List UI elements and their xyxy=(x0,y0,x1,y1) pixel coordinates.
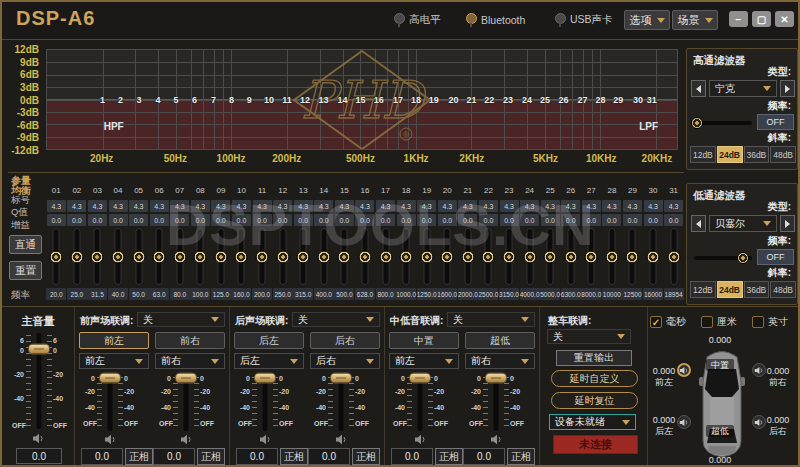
master-volume-value[interactable]: 0.0 xyxy=(16,448,62,464)
hpf-marker[interactable]: HPF xyxy=(104,121,124,132)
eq-q-value[interactable]: 4.3 xyxy=(88,200,107,212)
channel-button[interactable]: 后左 xyxy=(234,332,304,349)
phase-button[interactable]: 正相 xyxy=(507,448,535,465)
rear-left-speaker-icon[interactable] xyxy=(677,415,691,429)
slider-knob[interactable] xyxy=(647,250,660,263)
fader-knob[interactable] xyxy=(485,372,507,383)
menu-scenes-button[interactable]: 场景 xyxy=(672,10,718,30)
eq-gain-slider[interactable] xyxy=(149,227,170,286)
eq-q-value[interactable]: 4.3 xyxy=(170,200,189,212)
eq-band-number[interactable]: 24 xyxy=(522,95,532,105)
center-speaker-label[interactable]: 中置 xyxy=(706,359,734,371)
channel-button[interactable]: 前左 xyxy=(79,332,149,349)
eq-frequency-value[interactable]: 1000.0 xyxy=(396,288,416,300)
eq-gain-value[interactable]: 0.0 xyxy=(541,214,560,226)
eq-frequency-value[interactable]: 18954 xyxy=(664,288,684,300)
eq-band-number[interactable]: 18 xyxy=(411,95,421,105)
eq-frequency-value[interactable]: 50.0 xyxy=(129,288,149,300)
channel-route-select[interactable]: 前右 xyxy=(155,353,225,369)
eq-frequency-value[interactable]: 250.0 xyxy=(273,288,293,300)
filter-type-select[interactable]: 宁克 xyxy=(709,80,777,97)
fader-knob[interactable] xyxy=(409,372,431,383)
eq-frequency-value[interactable]: 31.5 xyxy=(87,288,107,300)
eq-q-value[interactable]: 4.3 xyxy=(232,200,251,212)
channel-fader[interactable]: 00-20-20-40-40OFFOFF xyxy=(83,375,137,433)
unit-checkbox-1[interactable]: 厘米 xyxy=(701,315,737,329)
slider-knob[interactable] xyxy=(358,250,371,263)
eq-band-number[interactable]: 23 xyxy=(503,95,513,105)
close-button[interactable]: ✕ xyxy=(775,11,794,27)
eq-band-number[interactable]: 5 xyxy=(173,95,178,105)
eq-band-number[interactable]: 30 xyxy=(633,95,643,105)
freq-slider[interactable] xyxy=(694,256,752,260)
slider-knob[interactable] xyxy=(297,250,310,263)
delay-custom-button[interactable]: 延时自定义 xyxy=(551,370,638,387)
slope-button-48dB[interactable]: 48dB xyxy=(770,146,796,163)
eq-frequency-value[interactable]: 1250.0 xyxy=(417,288,437,300)
channel-fader[interactable]: 00-20-20-40-40OFFOFF xyxy=(314,375,368,433)
eq-q-value[interactable]: 4.3 xyxy=(253,200,272,212)
eq-frequency-value[interactable]: 25.0 xyxy=(67,288,87,300)
eq-frequency-value[interactable]: 1600.0 xyxy=(437,288,457,300)
channel-gain-value[interactable]: 0.0 xyxy=(463,448,505,465)
device-state-select[interactable]: 设备未就绪 xyxy=(549,414,636,430)
slider-knob[interactable] xyxy=(256,250,269,263)
eq-gain-slider[interactable] xyxy=(519,227,540,286)
speaker-icon[interactable] xyxy=(414,434,427,445)
eq-gain-value[interactable]: 0.0 xyxy=(458,214,477,226)
group-link-select[interactable]: 关 xyxy=(447,312,535,327)
eq-gain-value[interactable]: 0.0 xyxy=(232,214,251,226)
eq-q-value[interactable]: 4.3 xyxy=(211,200,230,212)
eq-gain-value[interactable]: 0.0 xyxy=(623,214,642,226)
eq-gain-value[interactable]: 0.0 xyxy=(314,214,333,226)
eq-gain-value[interactable]: 0.0 xyxy=(376,214,395,226)
eq-q-value[interactable]: 4.3 xyxy=(67,200,86,212)
unit-checkbox-2[interactable]: 英寸 xyxy=(752,315,788,329)
eq-gain-slider[interactable] xyxy=(478,227,499,286)
eq-frequency-value[interactable]: 80.0 xyxy=(170,288,190,300)
eq-q-value[interactable]: 4.3 xyxy=(150,200,169,212)
eq-q-value[interactable]: 4.3 xyxy=(500,200,519,212)
slider-knob[interactable] xyxy=(194,250,207,263)
channel-fader[interactable]: 00-20-20-40-40OFFOFF xyxy=(469,375,523,433)
channel-button[interactable]: 前右 xyxy=(155,332,225,349)
eq-gain-value[interactable]: 0.0 xyxy=(602,214,621,226)
eq-q-value[interactable]: 4.3 xyxy=(479,200,498,212)
eq-frequency-value[interactable]: 4000.0 xyxy=(520,288,540,300)
eq-q-value[interactable]: 4.3 xyxy=(417,200,436,212)
eq-frequency-value[interactable]: 125.0 xyxy=(211,288,231,300)
eq-gain-slider[interactable] xyxy=(622,227,643,286)
slider-knob[interactable] xyxy=(400,250,413,263)
eq-band-number[interactable]: 25 xyxy=(540,95,550,105)
eq-q-value[interactable]: 4.3 xyxy=(273,200,292,212)
eq-gain-slider[interactable] xyxy=(108,227,129,286)
menu-options-button[interactable]: 选项 xyxy=(624,10,670,30)
eq-gain-slider[interactable] xyxy=(355,227,376,286)
eq-plot-area[interactable]: HPF LPF PHD ® 12345678910111213141516171… xyxy=(46,49,678,150)
slider-knob[interactable] xyxy=(379,250,392,263)
master-volume-fader[interactable]: 6600-20-20-40-40OFFOFF xyxy=(12,331,66,431)
speaker-icon[interactable] xyxy=(32,433,45,444)
eq-band-number[interactable]: 31 xyxy=(647,95,657,105)
eq-frequency-value[interactable]: 315.0 xyxy=(293,288,313,300)
eq-q-value[interactable]: 4.3 xyxy=(561,200,580,212)
slider-knob[interactable] xyxy=(420,250,433,263)
channel-route-select[interactable]: 前左 xyxy=(79,353,149,369)
next-type-button[interactable] xyxy=(780,80,795,97)
slider-knob[interactable] xyxy=(482,250,495,263)
eq-frequency-value[interactable]: 800.0 xyxy=(376,288,396,300)
eq-gain-slider[interactable] xyxy=(581,227,602,286)
eq-gain-value[interactable]: 0.0 xyxy=(664,214,683,226)
eq-band-number[interactable]: 6 xyxy=(192,95,197,105)
connection-status-button[interactable]: 未连接 xyxy=(553,435,638,454)
eq-gain-slider[interactable] xyxy=(499,227,520,286)
lpf-marker[interactable]: LPF xyxy=(639,121,658,132)
eq-band-number[interactable]: 3 xyxy=(136,95,141,105)
slider-knob[interactable] xyxy=(605,250,618,263)
eq-band-number[interactable]: 7 xyxy=(211,95,216,105)
rear-right-speaker-icon[interactable] xyxy=(752,415,766,429)
slider-knob[interactable] xyxy=(338,250,351,263)
eq-band-number[interactable]: 4 xyxy=(156,95,161,105)
channel-gain-value[interactable]: 0.0 xyxy=(81,448,123,465)
eq-frequency-value[interactable]: 10000 xyxy=(602,288,622,300)
